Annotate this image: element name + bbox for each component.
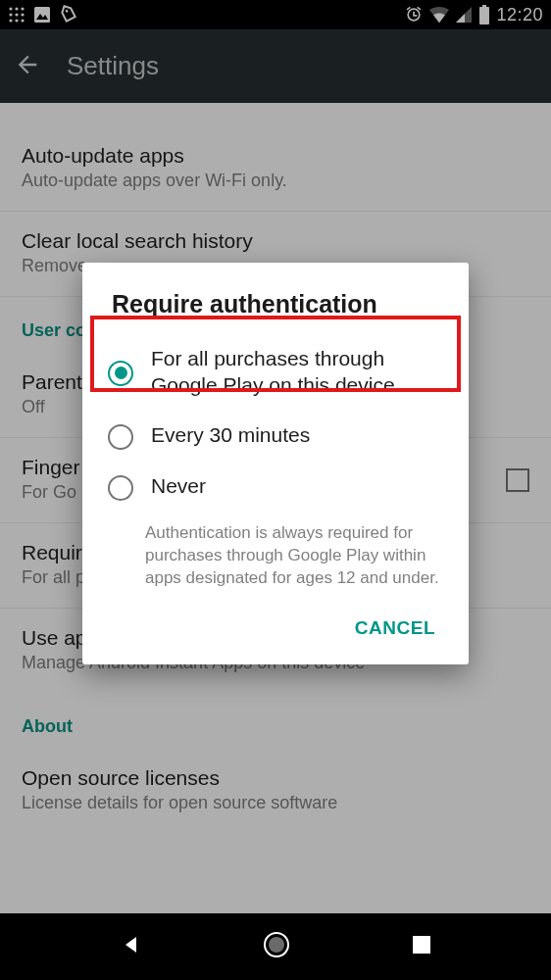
svg-point-14 — [269, 937, 284, 953]
radio-icon — [108, 475, 133, 501]
require-auth-dialog: Require authentication For all purchases… — [82, 263, 469, 664]
option-never[interactable]: Never — [82, 462, 469, 513]
option-label: For all purchases through Google Play on… — [151, 346, 439, 399]
dialog-title: Require authentication — [82, 290, 469, 334]
option-every-30[interactable]: Every 30 minutes — [82, 411, 469, 462]
option-all-purchases[interactable]: For all purchases through Google Play on… — [82, 334, 469, 411]
nav-recent-icon[interactable] — [411, 934, 432, 959]
option-label: Never — [151, 473, 206, 500]
radio-icon — [108, 424, 133, 450]
cancel-button[interactable]: CANCEL — [345, 610, 445, 647]
nav-home-icon[interactable] — [262, 930, 291, 963]
svg-rect-15 — [413, 936, 430, 954]
option-label: Every 30 minutes — [151, 422, 310, 449]
radio-selected-icon — [108, 361, 133, 386]
nav-bar — [0, 913, 551, 980]
dialog-note: Authentication is always required for pu… — [82, 513, 469, 592]
nav-back-icon[interactable] — [120, 933, 143, 960]
